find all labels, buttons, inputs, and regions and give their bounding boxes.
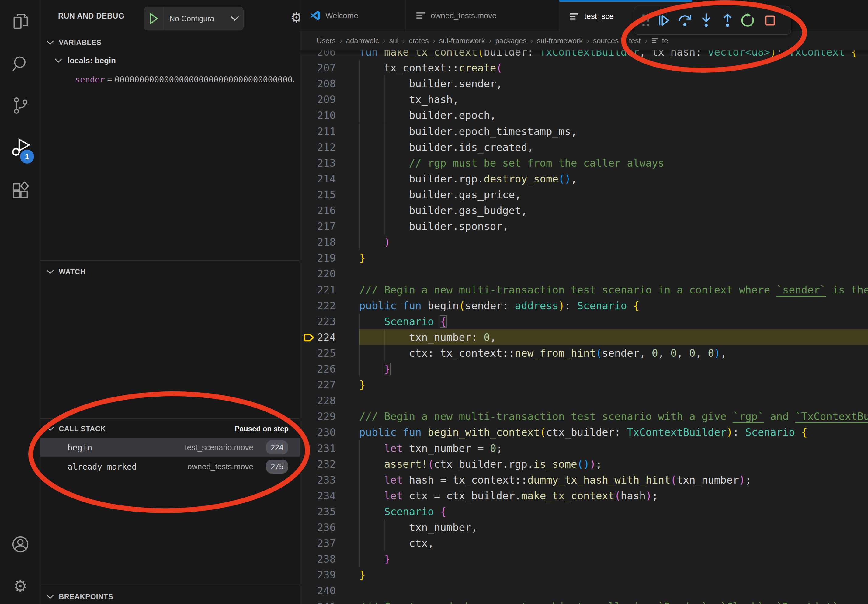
sidebar-title: RUN AND DEBUG [58, 12, 124, 20]
line-number[interactable]: 211 [300, 124, 336, 139]
step-over-button[interactable] [674, 10, 696, 31]
line-number[interactable]: 209 [300, 91, 336, 107]
line-number[interactable]: 213 [300, 155, 336, 171]
code-editor[interactable]: 206fun make_tx_context(builder: TxContex… [300, 0, 868, 604]
variables-section-header[interactable]: VARIABLES [40, 36, 299, 49]
code-line: 235 Scenario { [300, 503, 868, 519]
extensions-button[interactable] [11, 181, 30, 200]
call-stack-section-header[interactable]: CALL STACK Paused on step [40, 422, 299, 435]
breadcrumb-item[interactable]: sources [593, 37, 618, 45]
breadcrumb-item[interactable]: sui [389, 37, 399, 45]
line-number[interactable]: 225 [300, 345, 336, 361]
breadcrumb-item[interactable]: Users [316, 37, 336, 45]
line-number[interactable]: 219 [300, 250, 336, 266]
chevron-down-icon [46, 595, 54, 599]
line-number[interactable]: 221 [300, 282, 336, 298]
variable-name: sender [75, 75, 105, 84]
gear-icon: ⚙ [13, 577, 28, 596]
line-number[interactable]: 216 [300, 203, 336, 218]
tab-label: Welcome [326, 11, 358, 20]
debug-config-dropdown[interactable]: No Configura [144, 7, 243, 30]
variables-scope[interactable]: locals: begin [40, 54, 299, 68]
search-button[interactable] [11, 54, 30, 73]
line-number[interactable]: 220 [300, 266, 336, 282]
toolbar-drag-grip[interactable] [639, 10, 653, 31]
breadcrumb-item[interactable]: crates [409, 37, 429, 45]
line-number[interactable]: 207 [300, 60, 336, 76]
breadcrumb-item[interactable]: adamwelc [346, 37, 379, 45]
line-number[interactable]: 231 [300, 440, 336, 456]
line-number[interactable]: 215 [300, 187, 336, 203]
tab-Welcome[interactable]: Welcome [300, 0, 406, 31]
line-number[interactable]: 237 [300, 535, 336, 551]
code-text: builder.epoch_timestamp_ms, [359, 124, 577, 139]
watch-section-header[interactable]: WATCH [40, 265, 299, 279]
tab-owned_tests.move[interactable]: owned_tests.move [406, 0, 559, 31]
line-number[interactable]: 208 [300, 76, 336, 91]
search-icon [11, 55, 29, 73]
line-number[interactable]: 232 [300, 456, 336, 472]
line-number[interactable]: 228 [300, 393, 336, 409]
breadcrumb-item[interactable]: sui-framework [537, 37, 583, 45]
section-divider [40, 586, 299, 586]
line-number[interactable]: 236 [300, 519, 336, 535]
continue-button[interactable] [653, 10, 674, 31]
start-debug-icon[interactable] [144, 7, 164, 30]
call-stack-frame[interactable]: already_markedowned_tests.move275 [40, 457, 299, 476]
call-stack-frame[interactable]: begintest_scenario.move224 [40, 438, 299, 457]
line-number[interactable]: 214 [300, 171, 336, 187]
line-number[interactable]: 235 [300, 503, 336, 519]
step-into-button[interactable] [696, 10, 717, 31]
line-number[interactable]: 240 [300, 583, 336, 599]
vscode-logo-icon [310, 10, 321, 21]
line-number[interactable]: 238 [300, 551, 336, 567]
step-over-icon [677, 12, 693, 28]
code-line: 227} [300, 377, 868, 393]
code-line: 233 let hash = tx_context::dummy_tx_hash… [300, 472, 868, 488]
code-text: builder.ids_created, [359, 139, 533, 155]
line-number[interactable]: 230 [300, 424, 336, 440]
line-number[interactable]: 218 [300, 234, 336, 250]
breadcrumb-file[interactable]: te [651, 37, 668, 45]
stop-button[interactable] [760, 10, 781, 31]
settings-button[interactable]: ⚙ [11, 577, 30, 595]
line-number[interactable]: 241 [300, 599, 336, 604]
line-number[interactable]: 222 [300, 298, 336, 314]
breadcrumb-item[interactable]: sui-framework [439, 37, 485, 45]
variable-row[interactable]: sender = 0000000000000000000000000000000… [75, 73, 294, 86]
line-number[interactable]: 227 [300, 377, 336, 393]
line-number[interactable]: 223 [300, 314, 336, 329]
breadcrumb-separator: › [383, 37, 385, 45]
account-icon [11, 535, 29, 553]
line-number[interactable]: 234 [300, 488, 336, 503]
line-number[interactable]: 233 [300, 472, 336, 488]
line-number[interactable]: 217 [300, 218, 336, 234]
code-text: builder.sender, [359, 76, 502, 91]
code-text: builder.epoch, [359, 107, 496, 123]
line-number[interactable]: 229 [300, 409, 336, 424]
code-text: /// Begin a new multi-transaction test s… [359, 282, 868, 298]
breadcrumb-item[interactable]: packages [495, 37, 527, 45]
breadcrumb-separator: › [587, 37, 589, 45]
code-line: 230public fun begin_with_context(ctx_bui… [300, 424, 868, 440]
chevron-down-icon [46, 40, 54, 45]
explorer-button[interactable] [11, 12, 30, 31]
line-number[interactable]: 226 [300, 361, 336, 377]
step-out-icon [719, 12, 735, 28]
move-file-icon [651, 37, 659, 45]
breadcrumb-item[interactable]: test [629, 37, 641, 45]
restart-button[interactable] [738, 10, 760, 31]
debug-toolbar [634, 6, 791, 35]
activity-bar: 1 ⚙ [0, 0, 40, 604]
line-number[interactable]: 239 [300, 567, 336, 583]
debug-continue-icon [656, 12, 671, 28]
line-number[interactable]: 210 [300, 107, 336, 123]
step-out-button[interactable] [717, 10, 738, 31]
code-text: ) [359, 234, 390, 250]
code-text: public fun begin_with_context(ctx_builde… [359, 424, 808, 440]
source-control-button[interactable] [11, 96, 30, 115]
account-button[interactable] [11, 535, 30, 554]
breakpoints-section-header[interactable]: BREAKPOINTS [40, 590, 299, 603]
debug-badge: 1 [20, 150, 34, 164]
line-number[interactable]: 212 [300, 139, 336, 155]
